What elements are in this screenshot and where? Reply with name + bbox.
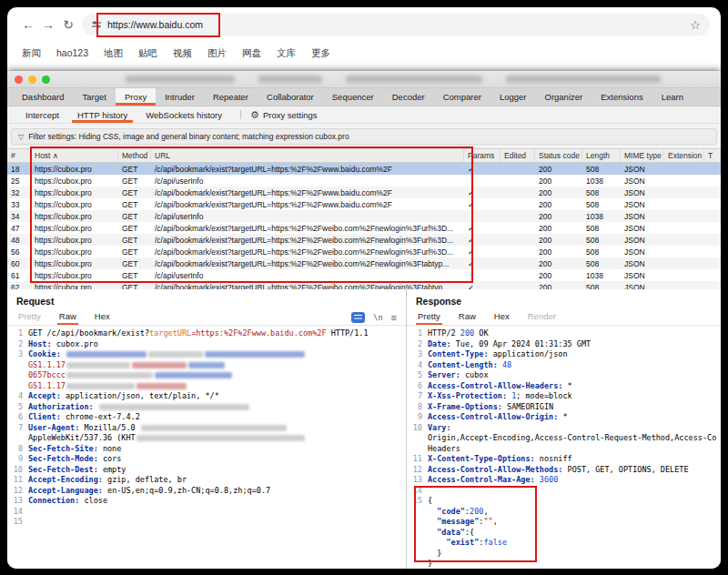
request-tab-raw[interactable]: Raw (57, 309, 78, 325)
request-body[interactable]: 1GET /c/api/bookmark/exist?targetURL=htt… (7, 326, 406, 528)
table-row-33[interactable]: 33https://cubox.proGET/c/api/bookmark/ex… (7, 198, 721, 210)
back-icon[interactable]: ← (18, 18, 38, 31)
browser-nav-link-[interactable]: 视频 (173, 47, 192, 60)
column-header-[interactable]: # (7, 149, 31, 162)
table-row-32[interactable]: 32https://cubox.proGET/c/api/bookmark/ex… (7, 187, 721, 198)
inspector-icon[interactable] (351, 312, 365, 323)
column-header-status-code[interactable]: Status code (535, 149, 582, 162)
main-tab-learn[interactable]: Learn (652, 88, 693, 106)
newline-toggle-icon[interactable]: \n (373, 313, 382, 322)
code-line: "data":{ (407, 528, 721, 539)
cell: /c/api/userInfo (151, 271, 464, 280)
line-content: "data":{ (428, 528, 474, 539)
response-tab-pretty[interactable]: Pretty (416, 309, 442, 325)
editor-menu-icon[interactable]: ≡ (391, 312, 397, 323)
main-tab-proxy[interactable]: Proxy (116, 88, 156, 106)
main-tab-extensions[interactable]: Extensions (592, 88, 652, 106)
table-row-34[interactable]: 34https://cubox.proGET/c/api/userInfo200… (7, 210, 721, 222)
browser-nav-link-hao123[interactable]: hao123 (56, 47, 88, 60)
sub-tab-intercept[interactable]: Intercept (16, 106, 68, 123)
cell: 508 (582, 224, 621, 233)
main-tab-repeater[interactable]: Repeater (204, 88, 258, 106)
main-tab-sequencer[interactable]: Sequencer (323, 88, 383, 106)
request-tab-pretty[interactable]: Pretty (16, 309, 43, 325)
cell: JSON (621, 188, 664, 197)
column-header-mime-type[interactable]: MIME type (621, 149, 664, 162)
column-header-params[interactable]: Params (464, 149, 500, 162)
code-line: "message":"", (407, 517, 721, 528)
column-header-host[interactable]: Host ∧ (31, 149, 118, 162)
close-traffic-light[interactable] (15, 76, 23, 84)
code-line: 0657bccc (7, 370, 406, 381)
browser-nav-link-[interactable]: 图片 (207, 47, 227, 60)
forward-icon[interactable]: → (38, 18, 58, 31)
code-line: GS1.1.17 (7, 360, 406, 371)
sub-tab-websockets-history[interactable]: WebSockets history (136, 106, 231, 123)
line-number: 4 (7, 391, 28, 402)
code-segment: User-Agent: (28, 423, 79, 432)
site-settings-icon[interactable] (91, 19, 102, 30)
table-row-18[interactable]: 18https://cubox.proGET/c/api/bookmark/ex… (7, 163, 721, 175)
main-tab-decoder[interactable]: Decoder (383, 88, 434, 106)
main-tab-intruder[interactable]: Intruder (156, 88, 204, 106)
table-row-61[interactable]: 61https://cubox.proGET/c/api/userInfo200… (7, 269, 721, 281)
line-number: 7 (7, 423, 28, 434)
cell: 1038 (582, 212, 621, 221)
browser-nav-link-[interactable]: 文库 (277, 47, 296, 60)
reload-icon[interactable]: ↻ (58, 18, 78, 31)
main-tab-organizer[interactable]: Organizer (536, 88, 592, 106)
line-content: Host: cubox.pro (28, 339, 98, 350)
line-number: 7 (407, 391, 428, 402)
cell: 25 (7, 177, 31, 186)
cell: /c/api/bookmark/exist?targetURL=https:%2… (151, 200, 464, 209)
column-header-t[interactable]: T (704, 149, 721, 162)
line-number: 5 (407, 370, 428, 381)
line-number (7, 360, 28, 371)
code-segment: Content-Type: (428, 349, 489, 358)
browser-nav-link-[interactable]: 贴吧 (138, 47, 157, 60)
response-tab-hex[interactable]: Hex (492, 309, 511, 325)
response-tab-render[interactable]: Render (526, 309, 558, 325)
browser-nav-link-[interactable]: 网盘 (242, 47, 261, 60)
table-row-56[interactable]: 56https://cubox.proGET/c/api/bookmark/ex… (7, 246, 721, 257)
main-tab-comparer[interactable]: Comparer (434, 88, 490, 106)
cell: GET (118, 200, 151, 209)
column-header-length[interactable]: Length (582, 149, 621, 162)
code-line: 5Authorization: (7, 402, 406, 413)
cell: 200 (535, 271, 582, 280)
column-header-edited[interactable]: Edited (500, 149, 535, 162)
browser-nav-link-[interactable]: 更多 (311, 47, 330, 60)
code-segment: POST, GET, OPTIONS, DELETE (562, 465, 688, 474)
request-tab-hex[interactable]: Hex (93, 309, 112, 325)
code-segment (428, 517, 437, 526)
column-header-extension[interactable]: Extension (664, 149, 704, 162)
main-tab-logger[interactable]: Logger (490, 88, 536, 106)
column-header-url[interactable]: URL (151, 149, 464, 162)
table-row-47[interactable]: 47https://cubox.proGET/c/api/bookmark/ex… (7, 222, 721, 234)
proxy-settings-button[interactable]: ⚙ Proxy settings (250, 106, 318, 123)
cell: 508 (582, 236, 621, 245)
browser-nav-link-[interactable]: 新闻 (22, 47, 41, 60)
filter-settings-bar[interactable]: ▽ Filter settings: Hiding CSS, image and… (11, 128, 717, 145)
response-body[interactable]: 1HTTP/2 200 OK2Date: Tue, 09 Apr 2024 01… (407, 326, 721, 569)
table-row-48[interactable]: 48https://cubox.proGET/c/api/bookmark/ex… (7, 234, 721, 246)
column-header-method[interactable]: Method (118, 149, 151, 162)
line-number: 10 (407, 423, 428, 434)
minimize-traffic-light[interactable] (28, 76, 36, 84)
table-row-25[interactable]: 25https://cubox.proGET/c/api/userInfo200… (7, 175, 721, 187)
main-tab-target[interactable]: Target (73, 88, 115, 106)
response-tab-raw[interactable]: Raw (457, 309, 478, 325)
address-bar[interactable]: https://www.baidu.com ☆ (82, 14, 710, 35)
zoom-traffic-light[interactable] (42, 76, 50, 84)
cell: GET (118, 177, 151, 186)
table-row-60[interactable]: 60https://cubox.proGET/c/api/bookmark/ex… (7, 257, 721, 269)
sub-tab-http-history[interactable]: HTTP history (68, 106, 136, 123)
code-line: 7X-Xss-Protection: 1; mode=block (407, 391, 721, 402)
bookmark-star-icon[interactable]: ☆ (690, 18, 701, 32)
url-text[interactable]: https://www.baidu.com (107, 19, 203, 30)
browser-nav-link-[interactable]: 地图 (104, 47, 123, 60)
main-tab-dashboard[interactable]: Dashboard (13, 88, 73, 106)
line-number: 2 (407, 339, 428, 350)
line-number: 9 (407, 412, 428, 423)
main-tab-collaborator[interactable]: Collaborator (258, 88, 323, 106)
